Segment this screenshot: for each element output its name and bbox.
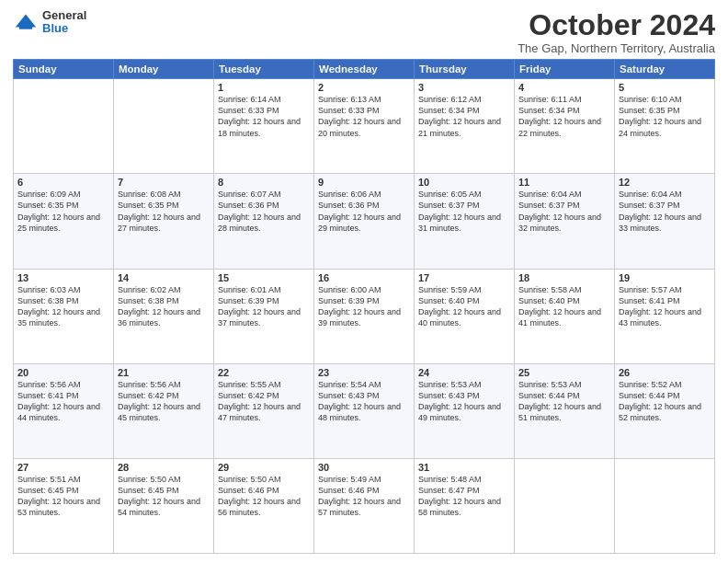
sunrise-text: Sunrise: 5:50 AM — [218, 474, 310, 485]
daylight-text: Daylight: 12 hours and 47 minutes. — [218, 401, 310, 423]
day-number: 16 — [318, 272, 410, 283]
daylight-text: Daylight: 12 hours and 39 minutes. — [318, 306, 410, 328]
day-info: Sunrise: 5:56 AMSunset: 6:42 PMDaylight:… — [118, 379, 210, 424]
day-info: Sunrise: 5:53 AMSunset: 6:43 PMDaylight:… — [418, 379, 510, 424]
day-info: Sunrise: 5:48 AMSunset: 6:47 PMDaylight:… — [418, 474, 510, 519]
day-info: Sunrise: 6:14 AMSunset: 6:33 PMDaylight:… — [218, 94, 310, 139]
header: General Blue October 2024 The Gap, North… — [13, 9, 715, 55]
sunrise-text: Sunrise: 5:56 AM — [17, 379, 109, 390]
sunrise-text: Sunrise: 6:09 AM — [17, 189, 109, 200]
sunrise-text: Sunrise: 5:50 AM — [118, 474, 210, 485]
sunrise-text: Sunrise: 5:49 AM — [318, 474, 410, 485]
sunset-text: Sunset: 6:40 PM — [518, 295, 610, 306]
day-number: 11 — [518, 177, 610, 188]
sunset-text: Sunset: 6:34 PM — [418, 105, 510, 116]
sunset-text: Sunset: 6:38 PM — [118, 295, 210, 306]
daylight-text: Daylight: 12 hours and 20 minutes. — [318, 116, 410, 138]
day-header-sunday: Sunday — [14, 60, 114, 79]
daylight-text: Daylight: 12 hours and 29 minutes. — [318, 212, 410, 234]
daylight-text: Daylight: 12 hours and 22 minutes. — [518, 116, 610, 138]
sunrise-text: Sunrise: 5:48 AM — [418, 474, 510, 485]
calendar-cell: 7Sunrise: 6:08 AMSunset: 6:35 PMDaylight… — [114, 174, 214, 269]
day-number: 22 — [218, 367, 310, 378]
sunset-text: Sunset: 6:44 PM — [619, 390, 711, 401]
sunset-text: Sunset: 6:47 PM — [418, 485, 510, 496]
daylight-text: Daylight: 12 hours and 25 minutes. — [17, 212, 109, 234]
calendar-table: SundayMondayTuesdayWednesdayThursdayFrid… — [13, 59, 715, 554]
sunrise-text: Sunrise: 6:04 AM — [619, 189, 711, 200]
day-number: 9 — [318, 177, 410, 188]
daylight-text: Daylight: 12 hours and 24 minutes. — [619, 116, 711, 138]
calendar-header-row: SundayMondayTuesdayWednesdayThursdayFrid… — [14, 60, 715, 79]
daylight-text: Daylight: 12 hours and 32 minutes. — [518, 212, 610, 234]
day-number: 7 — [118, 177, 210, 188]
daylight-text: Daylight: 12 hours and 54 minutes. — [118, 496, 210, 518]
day-number: 18 — [518, 272, 610, 283]
sunrise-text: Sunrise: 6:10 AM — [619, 94, 711, 105]
sunrise-text: Sunrise: 6:12 AM — [418, 94, 510, 105]
day-number: 31 — [418, 462, 510, 473]
calendar-cell: 3Sunrise: 6:12 AMSunset: 6:34 PMDaylight… — [415, 79, 515, 174]
calendar-cell: 5Sunrise: 6:10 AMSunset: 6:35 PMDaylight… — [615, 79, 715, 174]
calendar-cell: 21Sunrise: 5:56 AMSunset: 6:42 PMDayligh… — [114, 363, 214, 458]
calendar-cell: 27Sunrise: 5:51 AMSunset: 6:45 PMDayligh… — [14, 458, 114, 553]
sunset-text: Sunset: 6:38 PM — [17, 295, 109, 306]
sunset-text: Sunset: 6:35 PM — [17, 200, 109, 211]
sunrise-text: Sunrise: 6:07 AM — [218, 189, 310, 200]
calendar-cell: 15Sunrise: 6:01 AMSunset: 6:39 PMDayligh… — [214, 269, 314, 363]
sunrise-text: Sunrise: 5:57 AM — [619, 284, 711, 295]
day-info: Sunrise: 5:50 AMSunset: 6:46 PMDaylight:… — [218, 474, 310, 519]
day-info: Sunrise: 6:11 AMSunset: 6:34 PMDaylight:… — [518, 94, 610, 139]
daylight-text: Daylight: 12 hours and 58 minutes. — [418, 496, 510, 518]
title-block: October 2024 The Gap, Northern Territory… — [518, 9, 715, 55]
day-number: 6 — [17, 177, 109, 188]
day-info: Sunrise: 5:59 AMSunset: 6:40 PMDaylight:… — [418, 284, 510, 329]
daylight-text: Daylight: 12 hours and 18 minutes. — [218, 116, 310, 138]
svg-rect-2 — [19, 26, 32, 29]
day-number: 14 — [118, 272, 210, 283]
day-number: 17 — [418, 272, 510, 283]
sunrise-text: Sunrise: 5:58 AM — [518, 284, 610, 295]
page: General Blue October 2024 The Gap, North… — [0, 0, 728, 563]
day-info: Sunrise: 6:12 AMSunset: 6:34 PMDaylight:… — [418, 94, 510, 139]
day-number: 13 — [17, 272, 109, 283]
daylight-text: Daylight: 12 hours and 51 minutes. — [518, 401, 610, 423]
sunrise-text: Sunrise: 6:01 AM — [218, 284, 310, 295]
calendar-week-4: 20Sunrise: 5:56 AMSunset: 6:41 PMDayligh… — [14, 363, 715, 458]
day-number: 27 — [17, 462, 109, 473]
day-info: Sunrise: 6:03 AMSunset: 6:38 PMDaylight:… — [17, 284, 109, 329]
calendar-cell: 31Sunrise: 5:48 AMSunset: 6:47 PMDayligh… — [415, 458, 515, 553]
calendar-cell: 18Sunrise: 5:58 AMSunset: 6:40 PMDayligh… — [515, 269, 615, 363]
day-number: 12 — [619, 177, 711, 188]
calendar-cell: 25Sunrise: 5:53 AMSunset: 6:44 PMDayligh… — [515, 363, 615, 458]
calendar-cell: 29Sunrise: 5:50 AMSunset: 6:46 PMDayligh… — [214, 458, 314, 553]
day-info: Sunrise: 5:55 AMSunset: 6:42 PMDaylight:… — [218, 379, 310, 424]
calendar-cell — [114, 79, 214, 174]
day-number: 24 — [418, 367, 510, 378]
daylight-text: Daylight: 12 hours and 56 minutes. — [218, 496, 310, 518]
calendar-cell — [14, 79, 114, 174]
sunrise-text: Sunrise: 6:13 AM — [318, 94, 410, 105]
day-info: Sunrise: 6:04 AMSunset: 6:37 PMDaylight:… — [518, 189, 610, 234]
month-title: October 2024 — [518, 9, 715, 41]
daylight-text: Daylight: 12 hours and 49 minutes. — [418, 401, 510, 423]
sunrise-text: Sunrise: 5:51 AM — [17, 474, 109, 485]
day-number: 26 — [619, 367, 711, 378]
day-info: Sunrise: 6:10 AMSunset: 6:35 PMDaylight:… — [619, 94, 711, 139]
sunrise-text: Sunrise: 6:14 AM — [218, 94, 310, 105]
calendar-cell — [515, 458, 615, 553]
sunset-text: Sunset: 6:37 PM — [518, 200, 610, 211]
calendar-cell: 14Sunrise: 6:02 AMSunset: 6:38 PMDayligh… — [114, 269, 214, 363]
day-info: Sunrise: 5:54 AMSunset: 6:43 PMDaylight:… — [318, 379, 410, 424]
daylight-text: Daylight: 12 hours and 41 minutes. — [518, 306, 610, 328]
calendar-cell: 20Sunrise: 5:56 AMSunset: 6:41 PMDayligh… — [14, 363, 114, 458]
daylight-text: Daylight: 12 hours and 57 minutes. — [318, 496, 410, 518]
calendar-cell: 11Sunrise: 6:04 AMSunset: 6:37 PMDayligh… — [515, 174, 615, 269]
sunset-text: Sunset: 6:45 PM — [17, 485, 109, 496]
sunset-text: Sunset: 6:46 PM — [218, 485, 310, 496]
sunset-text: Sunset: 6:35 PM — [619, 105, 711, 116]
calendar-cell: 4Sunrise: 6:11 AMSunset: 6:34 PMDaylight… — [515, 79, 615, 174]
sunset-text: Sunset: 6:33 PM — [218, 105, 310, 116]
daylight-text: Daylight: 12 hours and 33 minutes. — [619, 212, 711, 234]
sunset-text: Sunset: 6:43 PM — [318, 390, 410, 401]
